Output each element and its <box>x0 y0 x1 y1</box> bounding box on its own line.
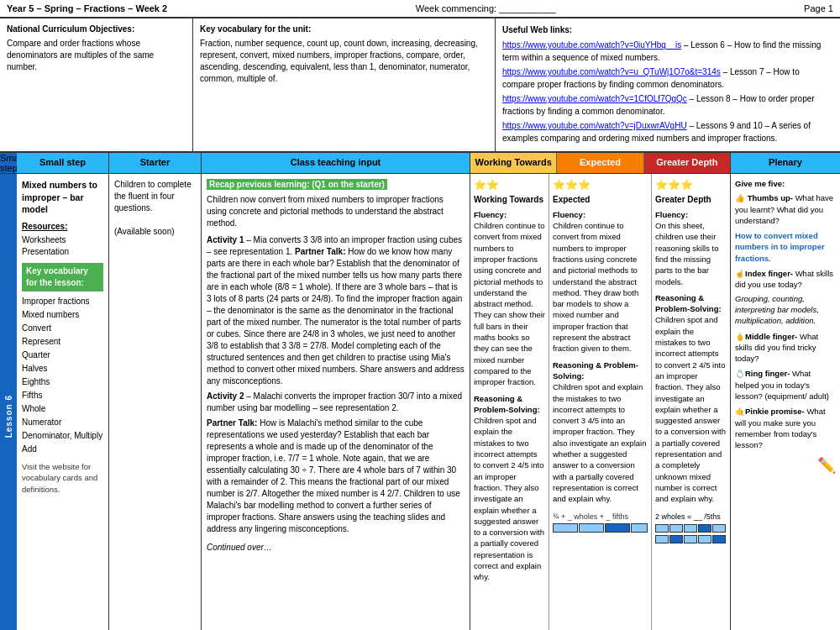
plenary-thumbs: 👍 Thumbs up- What have you learnt? What … <box>735 192 836 226</box>
resources-title: Resources: <box>22 221 103 233</box>
vocab-numerator: Numerator <box>22 416 103 429</box>
vocab-eighths: Eighths <box>22 375 103 389</box>
objectives-row: National Curriculum Objectives: Compare … <box>0 18 840 153</box>
expected-bar-diagram: ¾ + _ wholes + _ fifths <box>553 512 648 533</box>
plenary-how-to: How to convert mixed numbers in to impro… <box>735 230 836 264</box>
greater-reasoning-label: Reasoning & Problem-Solving: <box>655 292 727 315</box>
working-reasoning-label: Reasoning & Problem-Solving: <box>474 393 545 416</box>
working-fluency-label: Fluency: <box>474 209 545 220</box>
greater-header-label: Greater Depth <box>655 194 727 206</box>
national-text: Compare and order fractions whose denomi… <box>7 38 186 73</box>
plenary-index: ☝Index finger- What skills did you use t… <box>735 268 836 291</box>
web-links-cell: Useful Web links: https://www.youtube.co… <box>496 18 840 151</box>
greater-stars: ⭐⭐⭐ <box>655 178 727 192</box>
header-left: Year 5 – Spring – Fractions – Week 2 <box>7 3 167 13</box>
continued: Continued over… <box>207 542 465 554</box>
plenary-index-answer: Grouping, counting, interpreting bar mod… <box>735 293 836 327</box>
column-headers: Small step Small step Starter Class teac… <box>0 153 840 174</box>
starter-text: Children to complete the fluent in four … <box>114 179 196 214</box>
activity2: Activity 2 – Malachi converts the improp… <box>207 391 465 414</box>
web-links-title: Useful Web links: <box>502 24 833 36</box>
cell-starter: Children to complete the fluent in four … <box>109 174 202 630</box>
lesson-label-cell: Lesson 6 <box>0 174 17 630</box>
greater-reasoning-text: Children spot and explain the mistakes t… <box>655 314 727 504</box>
cell-greater-depth: ⭐⭐⭐ Greater Depth Fluency: On this sheet… <box>652 174 731 630</box>
teaching-intro: Children now convert from mixed numbers … <box>207 194 465 229</box>
expected-stars: ⭐⭐⭐ <box>553 178 648 192</box>
cell-teaching: Recap previous learning: (Q1 on the star… <box>202 174 470 630</box>
resource-presentation: Presentation <box>22 246 103 258</box>
vocab-improper: Improper fractions <box>22 295 103 308</box>
plenary-decoration: ✏️ <box>735 455 836 476</box>
col-header-small-step: Small step <box>0 153 17 173</box>
greater-fluency-label: Fluency: <box>655 209 727 220</box>
web-link-3[interactable]: https://www.youtube.com/watch?v=1CfOLf7Q… <box>502 92 833 118</box>
greater-fluency-text: On this sheet, children use their reason… <box>655 220 727 287</box>
working-fluency-text: Children continue to convert from mixed … <box>474 220 545 387</box>
working-stars: ⭐⭐ <box>474 178 545 192</box>
col-header-teaching: Class teaching input <box>202 153 470 173</box>
expected-reasoning-label: Reasoning & Problem-Solving: <box>553 360 648 382</box>
web-link-1[interactable]: https://www.youtube.com/watch?v=0iuYHbq_… <box>502 39 833 64</box>
cell-small-step: Mixed numbers to improper – bar model Re… <box>17 174 109 630</box>
vocab-mixed: Mixed numbers <box>22 308 103 322</box>
small-step-title: Mixed numbers to improper – bar model <box>22 179 103 216</box>
col-header-greater: Greater Depth <box>644 153 731 173</box>
plenary-intro: Give me five: <box>735 178 836 189</box>
vocab-denominator: Denominator, Multiply <box>22 429 103 443</box>
vocab-halves: Halves <box>22 362 103 375</box>
activity1: Activity 1 – Mia converts 3 3/8 into an … <box>207 234 465 387</box>
working-header-label: Working Towards <box>474 194 545 206</box>
key-vocab-title: Key vocabulary for the unit: <box>200 24 488 35</box>
col-header-expected: Expected <box>557 153 643 173</box>
plenary-ring: 💍Ring finger- What helped you in today's… <box>735 368 836 402</box>
col-header-working: Working Towards <box>470 153 557 173</box>
resource-worksheets: Worksheets <box>22 234 103 246</box>
vocab-list: Improper fractions Mixed numbers Convert… <box>22 295 103 456</box>
key-vocab-box: Key vocabulary for the lesson: <box>22 263 103 291</box>
key-vocab-text: Fraction, number sequence, count up, cou… <box>200 38 488 85</box>
working-reasoning-text: Children spot and explain the mistakes t… <box>474 415 545 582</box>
header-center: Week commencing: ___________ <box>416 3 556 13</box>
expected-fluency-label: Fluency: <box>553 209 648 220</box>
web-link-4[interactable]: https://www.youtube.com/watch?v=jDuxwrAV… <box>502 119 833 144</box>
vocab-fifths: Fifths <box>22 389 103 402</box>
expected-header-label: Expected <box>553 194 648 206</box>
vocab-represent: Represent <box>22 335 103 349</box>
visit-text: Visit the website for vocabulary cards a… <box>22 461 103 495</box>
expected-fluency-text: Children continue to convert from mixed … <box>553 220 648 354</box>
key-vocab-cell: Key vocabulary for the unit: Fraction, n… <box>193 18 496 151</box>
plenary-pinkie: 🤙Pinkie promise- What will you make sure… <box>735 406 836 450</box>
vocab-whole: Whole <box>22 402 103 416</box>
expected-reasoning-text: Children spot and explain the mistakes t… <box>553 381 648 504</box>
national-title: National Curriculum Objectives: <box>7 24 186 35</box>
col-header-small-step2: Small step <box>17 153 109 173</box>
header-right: Page 1 <box>804 3 833 13</box>
vocab-quarter: Quarter <box>22 349 103 362</box>
col-header-plenary: Plenary <box>731 153 840 173</box>
cell-plenary: Give me five: 👍 Thumbs up- What have you… <box>731 174 840 630</box>
col-header-starter: Starter <box>109 153 202 173</box>
plenary-middle: 🖕Middle finger- What skills did you find… <box>735 331 836 365</box>
main-row: Lesson 6 Mixed numbers to improper – bar… <box>0 174 840 630</box>
national-curriculum-cell: National Curriculum Objectives: Compare … <box>0 18 193 151</box>
vocab-add: Add <box>22 443 103 456</box>
starter-available: (Available soon) <box>114 226 196 238</box>
vocab-convert: Convert <box>22 322 103 335</box>
partner-talk-2: Partner Talk: How is Malachi's method si… <box>207 417 465 535</box>
greater-bar-diagrams: 2 wholes = __ /5ths <box>655 512 727 544</box>
header: Year 5 – Spring – Fractions – Week 2 Wee… <box>0 0 840 18</box>
lesson-number: Lesson 6 <box>4 395 13 438</box>
recap-label: Recap previous learning: (Q1 on the star… <box>207 179 465 191</box>
cell-working-towards: ⭐⭐ Working Towards Fluency: Children con… <box>470 174 549 630</box>
web-link-2[interactable]: https://www.youtube.com/watch?v=u_QTuWj1… <box>502 66 833 91</box>
cell-expected: ⭐⭐⭐ Expected Fluency: Children continue … <box>549 174 652 630</box>
